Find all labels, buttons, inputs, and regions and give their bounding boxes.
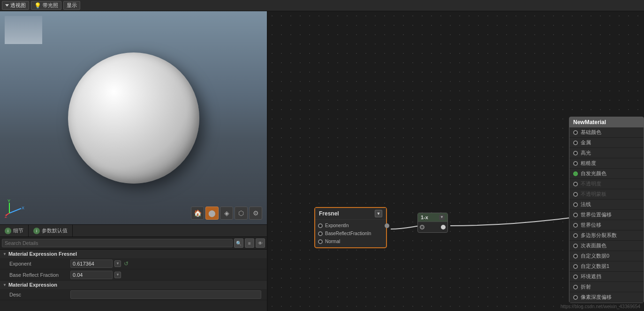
display-btn[interactable]: 显示 — [63, 1, 80, 10]
right-panel[interactable]: Fresnel ▼ ExponentIn BaseReflectFraction… — [267, 11, 644, 311]
viewport-icons: 🏠 ⬤ ◈ ⬡ ⚙ — [191, 207, 262, 220]
base-reflect-in-pin[interactable] — [318, 231, 323, 236]
material-pin-label-15: 折射 — [581, 283, 591, 290]
prop-base-reflect-input[interactable] — [70, 271, 113, 279]
material-pin-row-1: 金属 — [569, 138, 644, 148]
viewport-icon-scene[interactable]: 🏠 — [191, 207, 204, 220]
oneminusx-left-pin[interactable] — [420, 225, 424, 230]
viewport-icon-object[interactable]: ⬡ — [235, 207, 248, 220]
one-minus-x-node[interactable]: 1-x ▼ — [417, 213, 448, 233]
section-material-expr[interactable]: Material Expression — [0, 281, 267, 289]
material-pin-row-12: 自定义数据0 — [569, 251, 644, 261]
new-material-node[interactable]: NewMaterial 基础颜色金属高光粗糙度自发光颜色不透明度不透明蒙板法线世… — [569, 117, 644, 303]
material-pin-row-4: 自发光颜色 — [569, 169, 644, 179]
oneminusx-title: 1-x — [421, 215, 428, 220]
material-pin-11[interactable] — [573, 244, 578, 248]
building-background — [5, 16, 42, 44]
material-pin-label-4: 自发光颜色 — [581, 170, 606, 177]
material-pin-15[interactable] — [573, 285, 578, 289]
viewport-icon-sphere[interactable]: ⬤ — [205, 207, 219, 220]
lighting-btn[interactable]: 💡 带光照 — [31, 1, 61, 10]
prop-base-reflect-label: Base Reflect Fraction — [9, 272, 70, 278]
main-layout: X Y Z 🏠 ⬤ ◈ ⬡ ⚙ i 细节 — [0, 11, 644, 311]
material-pin-8[interactable] — [573, 213, 578, 217]
material-pin-row-8: 世界位置偏移 — [569, 210, 644, 220]
oneminusx-right-pin[interactable] — [441, 225, 446, 230]
material-pin-7[interactable] — [573, 202, 578, 207]
material-pin-label-6: 不透明蒙板 — [581, 191, 606, 198]
prop-exponent-input[interactable] — [70, 259, 113, 268]
material-pin-13[interactable] — [573, 264, 578, 269]
svg-text:X: X — [22, 206, 24, 210]
normal-in-pin[interactable] — [318, 239, 323, 244]
svg-line-0 — [9, 208, 21, 213]
fresnel-output-pin[interactable] — [385, 223, 389, 228]
prop-exponent: Exponent ▼ ↺ — [0, 258, 267, 269]
material-pin-2[interactable] — [573, 151, 578, 156]
fresnel-pin-exponent: ExponentIn — [315, 222, 386, 230]
fresnel-node-menu[interactable]: ▼ — [375, 210, 382, 217]
material-pin-5[interactable] — [573, 182, 578, 186]
exponent-reset[interactable]: ↺ — [123, 260, 129, 267]
material-pin-6[interactable] — [573, 192, 578, 197]
material-pin-row-5: 不透明度 — [569, 179, 644, 189]
node-canvas[interactable]: Fresnel ▼ ExponentIn BaseReflectFraction… — [267, 11, 644, 311]
material-pin-row-11: 次表面颜色 — [569, 241, 644, 251]
tab-details[interactable]: i 细节 — [0, 225, 29, 237]
material-pin-label-13: 自定义数据1 — [581, 263, 609, 270]
oneminusx-body — [418, 222, 447, 232]
oneminusx-header: 1-x ▼ — [418, 213, 447, 222]
exponent-spinner[interactable]: ▼ — [114, 260, 121, 267]
prop-desc-input[interactable] — [70, 290, 261, 299]
material-pin-row-6: 不透明蒙板 — [569, 189, 644, 200]
perspective-btn[interactable]: 透视图 — [2, 1, 29, 10]
material-pin-4[interactable] — [573, 171, 578, 176]
preview-sphere — [68, 52, 199, 184]
material-pin-row-16: 像素深度偏移 — [569, 292, 644, 303]
material-pin-0[interactable] — [573, 130, 578, 135]
viewport-icon-settings[interactable]: ⚙ — [249, 207, 262, 220]
fresnel-node-header: Fresnel ▼ — [315, 208, 386, 220]
material-pin-9[interactable] — [573, 223, 578, 228]
material-pin-label-1: 金属 — [581, 139, 591, 146]
viewport[interactable]: X Y Z 🏠 ⬤ ◈ ⬡ ⚙ — [0, 11, 267, 224]
details-panel: i 细节 i 参数默认值 🔍 ≡ 👁 Material Expression F… — [0, 224, 267, 311]
prop-desc: Desc — [0, 289, 267, 300]
section-fresnel[interactable]: Material Expression Fresnel — [0, 250, 267, 258]
material-pin-label-10: 多边形分裂系数 — [581, 232, 617, 239]
material-pin-row-7: 法线 — [569, 200, 644, 210]
prop-base-reflect: Base Reflect Fraction ▼ — [0, 269, 267, 281]
normal-in-label: Normal — [325, 239, 340, 244]
material-pin-label-14: 环境遮挡 — [581, 273, 601, 280]
fresnel-node[interactable]: Fresnel ▼ ExponentIn BaseReflectFraction… — [314, 207, 387, 248]
material-pin-3[interactable] — [573, 161, 578, 166]
exponent-in-label: ExponentIn — [325, 223, 349, 228]
details-tabs: i 细节 i 参数默认值 — [0, 225, 267, 237]
info-icon: i — [5, 228, 11, 234]
material-pin-label-12: 自定义数据0 — [581, 252, 609, 259]
fresnel-node-body: ExponentIn BaseReflectFractionIn Normal — [315, 220, 386, 247]
axis-widget: X Y Z — [5, 199, 25, 220]
tab-defaults[interactable]: i 参数默认值 — [29, 225, 73, 237]
list-view-button[interactable]: ≡ — [245, 238, 254, 248]
exponent-in-pin[interactable] — [318, 223, 323, 228]
top-toolbar: 透视图 💡 带光照 显示 — [0, 0, 644, 11]
material-pin-10[interactable] — [573, 233, 578, 238]
oneminusx-menu[interactable]: ▼ — [439, 215, 445, 220]
prop-exponent-label: Exponent — [9, 261, 70, 267]
material-pin-label-3: 粗糙度 — [581, 160, 596, 167]
base-reflect-spinner[interactable]: ▼ — [114, 272, 121, 278]
material-pin-16[interactable] — [573, 295, 578, 300]
fresnel-pin-base: BaseReflectFractionIn — [315, 230, 386, 237]
material-pin-label-16: 像素深度偏移 — [581, 294, 612, 301]
search-bar: 🔍 ≡ 👁 — [0, 237, 267, 250]
material-node-header: NewMaterial — [569, 117, 644, 127]
material-pin-1[interactable] — [573, 141, 578, 145]
eye-button[interactable]: 👁 — [256, 238, 265, 248]
search-input[interactable] — [2, 239, 233, 247]
material-pin-12[interactable] — [573, 254, 578, 259]
search-button[interactable]: 🔍 — [234, 238, 243, 248]
viewport-icon-material[interactable]: ◈ — [220, 207, 233, 220]
material-pin-14[interactable] — [573, 274, 578, 279]
material-pin-label-0: 基础颜色 — [581, 129, 601, 136]
